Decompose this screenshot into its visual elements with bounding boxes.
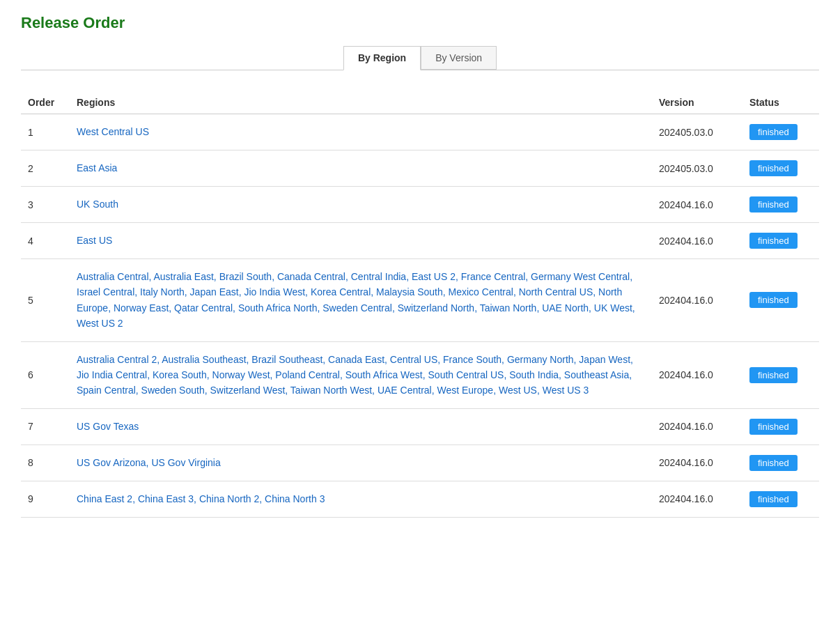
status-badge: finished bbox=[749, 491, 798, 507]
cell-version: 202405.03.0 bbox=[652, 114, 742, 150]
cell-version: 202404.16.0 bbox=[652, 187, 742, 223]
cell-order: 5 bbox=[21, 259, 70, 342]
status-badge: finished bbox=[749, 292, 798, 308]
col-version: Version bbox=[652, 91, 742, 114]
cell-version: 202404.16.0 bbox=[652, 223, 742, 259]
col-regions: Regions bbox=[70, 91, 652, 114]
page-title: Release Order bbox=[21, 14, 819, 32]
cell-order: 3 bbox=[21, 187, 70, 223]
cell-version: 202404.16.0 bbox=[652, 444, 742, 481]
status-badge: finished bbox=[749, 196, 798, 212]
release-order-table: Order Regions Version Status 1West Centr… bbox=[21, 91, 819, 518]
table-row: 4East US202404.16.0finished bbox=[21, 223, 819, 259]
table-row: 8US Gov Arizona, US Gov Virginia202404.1… bbox=[21, 444, 819, 481]
cell-regions: West Central US bbox=[70, 114, 652, 150]
cell-regions: East US bbox=[70, 223, 652, 259]
table-row: 5Australia Central, Australia East, Braz… bbox=[21, 259, 819, 342]
cell-version: 202404.16.0 bbox=[652, 259, 742, 342]
cell-status: finished bbox=[742, 259, 819, 342]
table-row: 2East Asia202405.03.0finished bbox=[21, 150, 819, 187]
table-row: 3UK South202404.16.0finished bbox=[21, 187, 819, 223]
cell-regions: China East 2, China East 3, China North … bbox=[70, 481, 652, 517]
status-badge: finished bbox=[749, 455, 798, 471]
cell-status: finished bbox=[742, 150, 819, 187]
tab-bar: By Region By Version bbox=[21, 46, 819, 70]
table-body: 1West Central US202405.03.0finished2East… bbox=[21, 114, 819, 518]
cell-version: 202404.16.0 bbox=[652, 341, 742, 408]
cell-regions: US Gov Texas bbox=[70, 408, 652, 444]
status-badge: finished bbox=[749, 124, 798, 140]
cell-version: 202404.16.0 bbox=[652, 481, 742, 517]
table-row: 7US Gov Texas202404.16.0finished bbox=[21, 408, 819, 444]
table-row: 6Australia Central 2, Australia Southeas… bbox=[21, 341, 819, 408]
cell-regions: Australia Central 2, Australia Southeast… bbox=[70, 341, 652, 408]
cell-status: finished bbox=[742, 481, 819, 517]
cell-order: 9 bbox=[21, 481, 70, 517]
cell-version: 202405.03.0 bbox=[652, 150, 742, 187]
cell-order: 1 bbox=[21, 114, 70, 150]
tab-by-region[interactable]: By Region bbox=[343, 46, 421, 70]
tab-by-version[interactable]: By Version bbox=[421, 46, 497, 70]
cell-version: 202404.16.0 bbox=[652, 408, 742, 444]
cell-regions: Australia Central, Australia East, Brazi… bbox=[70, 259, 652, 342]
cell-order: 8 bbox=[21, 444, 70, 481]
cell-regions: US Gov Arizona, US Gov Virginia bbox=[70, 444, 652, 481]
status-badge: finished bbox=[749, 233, 798, 249]
cell-status: finished bbox=[742, 408, 819, 444]
cell-status: finished bbox=[742, 114, 819, 150]
cell-status: finished bbox=[742, 187, 819, 223]
cell-order: 6 bbox=[21, 341, 70, 408]
col-status: Status bbox=[742, 91, 819, 114]
col-order: Order bbox=[21, 91, 70, 114]
cell-status: finished bbox=[742, 341, 819, 408]
cell-order: 2 bbox=[21, 150, 70, 187]
cell-regions: UK South bbox=[70, 187, 652, 223]
cell-regions: East Asia bbox=[70, 150, 652, 187]
table-row: 9China East 2, China East 3, China North… bbox=[21, 481, 819, 517]
table-header: Order Regions Version Status bbox=[21, 91, 819, 114]
cell-order: 7 bbox=[21, 408, 70, 444]
cell-status: finished bbox=[742, 223, 819, 259]
status-badge: finished bbox=[749, 367, 798, 383]
cell-order: 4 bbox=[21, 223, 70, 259]
cell-status: finished bbox=[742, 444, 819, 481]
table-row: 1West Central US202405.03.0finished bbox=[21, 114, 819, 150]
status-badge: finished bbox=[749, 419, 798, 435]
status-badge: finished bbox=[749, 160, 798, 176]
